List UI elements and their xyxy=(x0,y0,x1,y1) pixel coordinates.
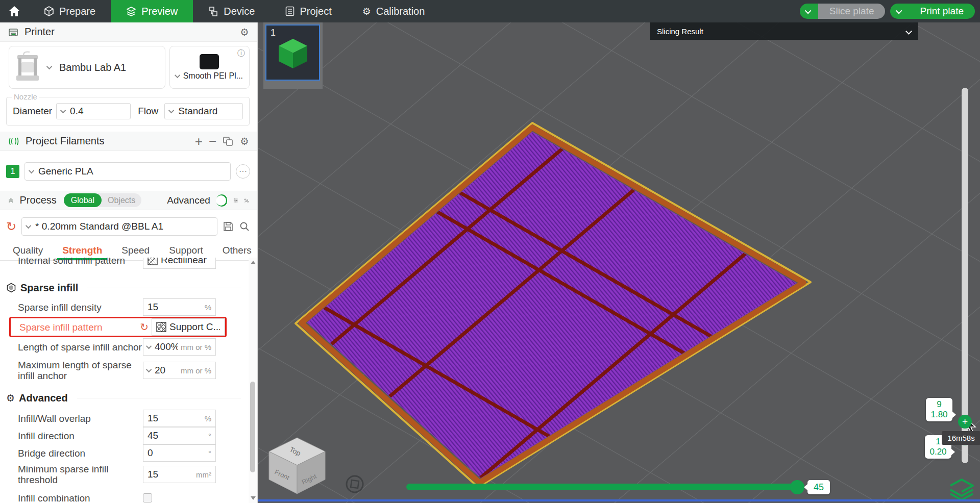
home-button[interactable] xyxy=(0,0,29,22)
setting-value: Support C... xyxy=(169,321,220,333)
process-scope-toggle[interactable]: Global Objects xyxy=(64,193,142,207)
preview-layers-icon xyxy=(126,6,136,16)
max-anchor-length-select[interactable]: 20 mm or % xyxy=(143,362,216,379)
tab-prepare[interactable]: Prepare xyxy=(29,0,111,22)
printer-photo xyxy=(14,51,41,84)
setting-value: 20 xyxy=(155,365,178,376)
filament-settings-gear-icon[interactable]: ⚙ xyxy=(240,136,249,146)
setting-value: 45 xyxy=(148,430,205,441)
chevron-down-icon[interactable] xyxy=(905,28,912,35)
slice-plate-split-button[interactable]: Slice plate xyxy=(800,4,886,19)
nozzle-diameter-value: 0.4 xyxy=(70,106,83,117)
prepare-cube-icon xyxy=(44,6,54,16)
infill-direction-input[interactable]: 45 ° xyxy=(143,427,216,444)
plate-dropdown-chevron-icon xyxy=(175,72,180,78)
tab-preview[interactable]: Preview xyxy=(111,0,193,22)
printer-selector-card[interactable]: Bambu Lab A1 xyxy=(9,46,165,89)
setting-row-infill-combination: Infill combination xyxy=(0,489,249,503)
scope-global-option[interactable]: Global xyxy=(64,193,102,207)
filament-select[interactable]: Generic PLA xyxy=(24,162,231,181)
infill-wall-overlap-input[interactable]: 15 % xyxy=(143,410,216,427)
setting-label: Length of sparse infill anchor xyxy=(18,342,143,353)
setting-row-anchor-length: Length of sparse infill anchor 400% mm o… xyxy=(0,338,249,356)
slice-plate-dropdown[interactable] xyxy=(800,4,818,19)
infill-combination-checkbox[interactable] xyxy=(143,493,152,502)
tab-device[interactable]: Device xyxy=(193,0,270,22)
scope-objects-option[interactable]: Objects xyxy=(102,196,141,205)
setting-unit: ° xyxy=(208,449,211,458)
process-preset-name: * 0.20mm Standard @BBL A1 xyxy=(35,221,163,232)
scrollbar-thumb[interactable] xyxy=(250,382,255,472)
setting-unit: mm or % xyxy=(181,366,211,375)
setting-row-bridge-direction: Bridge direction 0 ° xyxy=(0,444,249,462)
step-slider-track[interactable] xyxy=(406,484,797,490)
sparse-infill-hexagon-icon xyxy=(6,283,16,293)
layer-slider-track[interactable] xyxy=(962,88,968,463)
home-icon xyxy=(8,6,20,17)
printer-dropdown-chevron-icon xyxy=(46,64,52,69)
print-plate-dropdown[interactable] xyxy=(890,4,909,19)
slice-plate-button[interactable]: Slice plate xyxy=(818,4,886,19)
step-slider-handle[interactable] xyxy=(790,480,804,494)
advanced-gears-icon: ⚙ xyxy=(6,392,15,404)
sparse-infill-section-title: Sparse infill xyxy=(20,282,78,294)
sidebar-settings-panel: Printer ⚙ Bambu Lab A1 ⓘ xyxy=(0,22,258,503)
slicing-result-bar[interactable]: Slicing Result xyxy=(650,22,918,40)
scroll-up-arrow-icon[interactable] xyxy=(251,261,256,264)
tab-preview-label: Preview xyxy=(141,6,178,17)
setting-label: Infill combination xyxy=(18,493,143,503)
tab-prepare-label: Prepare xyxy=(59,6,95,17)
save-preset-icon[interactable] xyxy=(223,221,234,232)
min-sparse-threshold-input[interactable]: 15 mm² xyxy=(143,466,216,483)
settings-scrollbar[interactable] xyxy=(249,258,257,503)
tune-icon[interactable] xyxy=(244,196,249,205)
search-icon[interactable] xyxy=(239,221,250,232)
bridge-direction-input[interactable]: 0 ° xyxy=(143,444,216,462)
device-icon xyxy=(208,6,218,16)
reset-value-icon[interactable]: ↻ xyxy=(140,322,149,332)
printer-section-header: Printer ⚙ xyxy=(0,22,257,42)
setting-unit: mm or % xyxy=(181,343,211,351)
viewport-3d[interactable]: Top Front Right xyxy=(258,22,980,503)
setting-row-infill-wall-overlap: Infill/Wall overlap 15 % xyxy=(0,410,249,427)
layer-slider-upper-handle[interactable]: + xyxy=(958,415,972,429)
settings-list-icon[interactable] xyxy=(233,196,238,205)
settings-scroll-area[interactable]: Internal solid infill pattern Rectilinea… xyxy=(0,258,249,503)
filament-more-button[interactable]: ··· xyxy=(236,164,250,179)
printer-section-title: Printer xyxy=(24,26,55,38)
plate-image xyxy=(200,54,219,69)
anchor-length-select[interactable]: 400% mm or % xyxy=(143,338,216,356)
print-plate-split-button[interactable]: Print plate xyxy=(890,4,975,19)
chevron-down-icon xyxy=(29,168,34,173)
setting-unit: mm² xyxy=(196,470,211,479)
setting-label: Sparse infill density xyxy=(18,302,143,313)
filament-sync-icon[interactable] xyxy=(223,136,234,146)
tab-project[interactable]: Project xyxy=(270,0,347,22)
step-slider-value: 45 xyxy=(807,480,830,494)
scroll-down-arrow-icon[interactable] xyxy=(251,496,256,500)
advanced-section-title: Advanced xyxy=(19,392,68,404)
remove-filament-button[interactable]: − xyxy=(209,135,216,148)
setting-row-max-anchor-length: Maximum length of sparse infill anchor 2… xyxy=(0,360,249,381)
reset-preset-icon[interactable]: ↻ xyxy=(6,220,16,233)
nozzle-flow-select[interactable]: Standard xyxy=(164,103,243,119)
print-plate-button[interactable]: Print plate xyxy=(909,4,975,19)
setting-label: Infill direction xyxy=(18,431,143,441)
sparse-infill-density-input[interactable]: 15 % xyxy=(143,298,216,316)
sparse-infill-pattern-select[interactable]: Support C... xyxy=(152,318,225,336)
plate-thumbnail-1[interactable]: 1 xyxy=(265,24,320,81)
add-filament-button[interactable]: + xyxy=(195,135,203,148)
build-plate-selector-card[interactable]: ⓘ Smooth PEI Pl... xyxy=(169,46,250,89)
nozzle-diameter-select[interactable]: 0.4 xyxy=(56,103,131,119)
tab-calibration[interactable]: ⚙ Calibration xyxy=(347,0,440,22)
printer-settings-gear-icon[interactable]: ⚙ xyxy=(240,27,249,37)
setting-label: Minimum sparse infill threshold xyxy=(18,464,143,485)
advanced-toggle-switch[interactable] xyxy=(216,194,227,207)
tab-device-label: Device xyxy=(224,6,255,17)
advanced-toggle-label: Advanced xyxy=(167,195,210,206)
process-section-title: Process xyxy=(20,194,57,206)
printer-section-icon xyxy=(8,27,18,37)
plate-info-icon[interactable]: ⓘ xyxy=(237,48,245,58)
process-preset-select[interactable]: * 0.20mm Standard @BBL A1 xyxy=(21,217,217,236)
internal-solid-infill-pattern-select[interactable]: Rectilinear xyxy=(143,258,216,269)
